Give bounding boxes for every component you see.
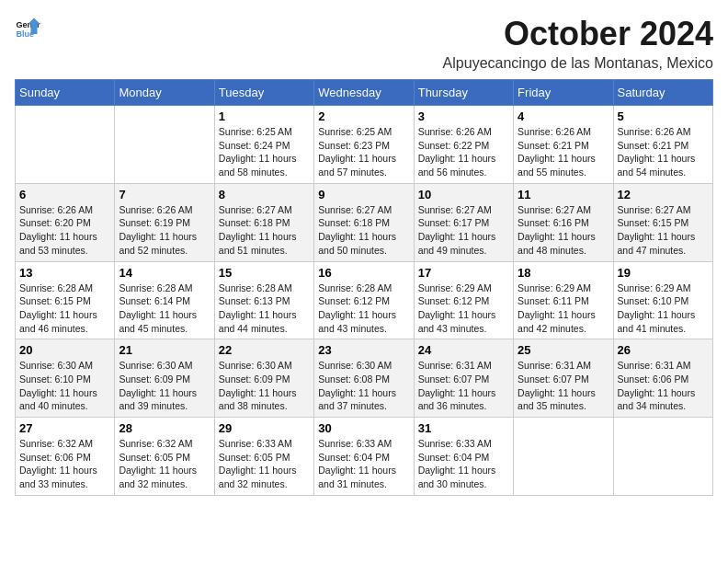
calendar-cell: 11Sunrise: 6:27 AMSunset: 6:16 PMDayligh… [514,183,613,261]
day-info: Sunrise: 6:33 AMSunset: 6:04 PMDaylight:… [318,437,409,491]
day-number: 7 [119,188,210,201]
calendar-cell: 5Sunrise: 6:26 AMSunset: 6:21 PMDaylight… [613,106,712,184]
day-number: 25 [518,343,609,357]
day-info: Sunrise: 6:25 AMSunset: 6:24 PMDaylight:… [219,125,310,179]
day-number: 9 [318,188,409,201]
weekday-header-wednesday: Wednesday [314,80,414,106]
calendar-cell: 18Sunrise: 6:29 AMSunset: 6:11 PMDayligh… [514,261,613,339]
calendar-cell: 7Sunrise: 6:26 AMSunset: 6:19 PMDaylight… [115,183,214,261]
day-number: 20 [19,343,110,357]
calendar-cell: 16Sunrise: 6:28 AMSunset: 6:12 PMDayligh… [314,261,414,339]
day-number: 21 [119,343,210,357]
day-info: Sunrise: 6:30 AMSunset: 6:08 PMDaylight:… [318,359,409,413]
calendar-cell: 19Sunrise: 6:29 AMSunset: 6:10 PMDayligh… [613,261,712,339]
title-area: October 2024 Alpuyecancingo de las Monta… [443,15,713,72]
location-title: Alpuyecancingo de las Montanas, Mexico [443,55,713,72]
day-info: Sunrise: 6:26 AMSunset: 6:22 PMDaylight:… [418,125,509,179]
day-number: 10 [418,188,509,201]
calendar-table: SundayMondayTuesdayWednesdayThursdayFrid… [15,79,713,496]
week-row-5: 27Sunrise: 6:32 AMSunset: 6:06 PMDayligh… [16,418,713,496]
calendar-cell: 31Sunrise: 6:33 AMSunset: 6:04 PMDayligh… [414,418,513,496]
calendar-cell: 24Sunrise: 6:31 AMSunset: 6:07 PMDayligh… [414,339,513,418]
calendar-cell: 14Sunrise: 6:28 AMSunset: 6:14 PMDayligh… [115,261,214,339]
day-info: Sunrise: 6:32 AMSunset: 6:05 PMDaylight:… [119,437,210,491]
day-info: Sunrise: 6:29 AMSunset: 6:12 PMDaylight:… [418,282,509,336]
day-number: 8 [219,188,310,201]
day-info: Sunrise: 6:28 AMSunset: 6:14 PMDaylight:… [119,282,210,336]
calendar-cell: 26Sunrise: 6:31 AMSunset: 6:06 PMDayligh… [613,339,712,418]
day-number: 28 [119,421,210,435]
calendar-cell: 8Sunrise: 6:27 AMSunset: 6:18 PMDaylight… [214,183,313,261]
day-info: Sunrise: 6:26 AMSunset: 6:19 PMDaylight:… [119,203,210,258]
weekday-header-tuesday: Tuesday [214,80,313,106]
week-row-4: 20Sunrise: 6:30 AMSunset: 6:10 PMDayligh… [16,339,713,418]
day-info: Sunrise: 6:27 AMSunset: 6:15 PMDaylight:… [618,203,709,258]
day-info: Sunrise: 6:26 AMSunset: 6:21 PMDaylight:… [518,125,609,179]
calendar-cell: 10Sunrise: 6:27 AMSunset: 6:17 PMDayligh… [414,183,513,261]
day-number: 16 [318,266,409,280]
header: General Blue October 2024 Alpuyecancingo… [15,15,713,72]
day-number: 26 [618,343,709,357]
week-row-2: 6Sunrise: 6:26 AMSunset: 6:20 PMDaylight… [16,183,713,261]
calendar-cell: 21Sunrise: 6:30 AMSunset: 6:09 PMDayligh… [115,339,214,418]
day-number: 24 [418,343,509,357]
day-number: 3 [418,109,509,123]
month-title: October 2024 [443,15,713,53]
day-number: 5 [618,109,709,123]
day-number: 6 [19,188,110,201]
day-info: Sunrise: 6:30 AMSunset: 6:09 PMDaylight:… [219,359,310,413]
day-info: Sunrise: 6:28 AMSunset: 6:12 PMDaylight:… [318,282,409,336]
day-number: 13 [19,266,110,280]
calendar-cell: 13Sunrise: 6:28 AMSunset: 6:15 PMDayligh… [16,261,115,339]
day-number: 1 [219,109,310,123]
weekday-header-monday: Monday [115,80,214,106]
day-info: Sunrise: 6:30 AMSunset: 6:10 PMDaylight:… [19,359,110,413]
day-number: 31 [418,421,509,435]
week-row-1: 1Sunrise: 6:25 AMSunset: 6:24 PMDaylight… [16,106,713,184]
day-number: 14 [119,266,210,280]
day-number: 29 [219,421,310,435]
calendar-cell [16,106,115,184]
calendar-cell: 27Sunrise: 6:32 AMSunset: 6:06 PMDayligh… [16,418,115,496]
calendar-cell: 1Sunrise: 6:25 AMSunset: 6:24 PMDaylight… [214,106,313,184]
day-info: Sunrise: 6:31 AMSunset: 6:06 PMDaylight:… [618,359,709,413]
day-info: Sunrise: 6:31 AMSunset: 6:07 PMDaylight:… [418,359,509,413]
day-number: 11 [518,188,609,201]
calendar-cell: 12Sunrise: 6:27 AMSunset: 6:15 PMDayligh… [613,183,712,261]
day-info: Sunrise: 6:26 AMSunset: 6:21 PMDaylight:… [618,125,709,179]
day-number: 15 [219,266,310,280]
calendar-cell: 3Sunrise: 6:26 AMSunset: 6:22 PMDaylight… [414,106,513,184]
logo: General Blue [15,15,40,40]
calendar-cell: 9Sunrise: 6:27 AMSunset: 6:18 PMDaylight… [314,183,414,261]
day-number: 30 [318,421,409,435]
day-info: Sunrise: 6:26 AMSunset: 6:20 PMDaylight:… [19,203,110,258]
day-info: Sunrise: 6:29 AMSunset: 6:10 PMDaylight:… [618,282,709,336]
weekday-header-friday: Friday [514,80,613,106]
calendar-cell [613,418,712,496]
day-info: Sunrise: 6:27 AMSunset: 6:16 PMDaylight:… [518,203,609,258]
calendar-cell: 30Sunrise: 6:33 AMSunset: 6:04 PMDayligh… [314,418,414,496]
day-number: 27 [19,421,110,435]
day-number: 18 [518,266,609,280]
calendar-cell: 6Sunrise: 6:26 AMSunset: 6:20 PMDaylight… [16,183,115,261]
day-info: Sunrise: 6:27 AMSunset: 6:18 PMDaylight:… [219,203,310,258]
weekday-header-row: SundayMondayTuesdayWednesdayThursdayFrid… [16,80,713,106]
day-info: Sunrise: 6:27 AMSunset: 6:17 PMDaylight:… [418,203,509,258]
calendar-cell: 22Sunrise: 6:30 AMSunset: 6:09 PMDayligh… [214,339,313,418]
day-number: 19 [618,266,709,280]
calendar-cell: 28Sunrise: 6:32 AMSunset: 6:05 PMDayligh… [115,418,214,496]
logo-icon: General Blue [15,15,40,40]
week-row-3: 13Sunrise: 6:28 AMSunset: 6:15 PMDayligh… [16,261,713,339]
day-info: Sunrise: 6:31 AMSunset: 6:07 PMDaylight:… [518,359,609,413]
calendar-cell: 15Sunrise: 6:28 AMSunset: 6:13 PMDayligh… [214,261,313,339]
day-info: Sunrise: 6:28 AMSunset: 6:13 PMDaylight:… [219,282,310,336]
day-info: Sunrise: 6:33 AMSunset: 6:05 PMDaylight:… [219,437,310,491]
day-info: Sunrise: 6:33 AMSunset: 6:04 PMDaylight:… [418,437,509,491]
day-info: Sunrise: 6:28 AMSunset: 6:15 PMDaylight:… [19,282,110,336]
day-number: 2 [318,109,409,123]
calendar-cell: 20Sunrise: 6:30 AMSunset: 6:10 PMDayligh… [16,339,115,418]
day-number: 12 [618,188,709,201]
day-info: Sunrise: 6:32 AMSunset: 6:06 PMDaylight:… [19,437,110,491]
calendar-cell: 17Sunrise: 6:29 AMSunset: 6:12 PMDayligh… [414,261,513,339]
day-info: Sunrise: 6:25 AMSunset: 6:23 PMDaylight:… [318,125,409,179]
